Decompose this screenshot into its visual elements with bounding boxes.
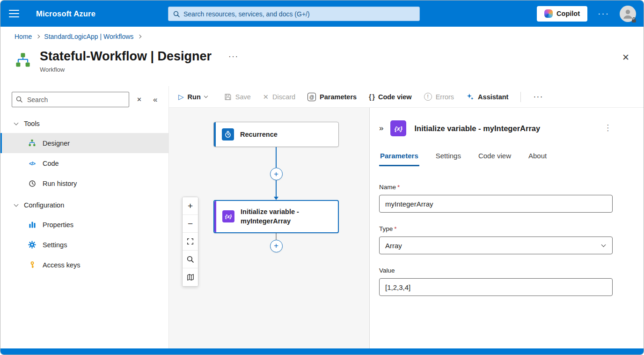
chevron-down-icon bbox=[204, 94, 207, 98]
minimap-button[interactable] bbox=[183, 268, 198, 286]
discard-x-icon: ✕ bbox=[263, 93, 269, 101]
connector-line bbox=[276, 180, 277, 197]
search-icon bbox=[187, 256, 194, 263]
type-select[interactable]: Array bbox=[379, 237, 613, 254]
expand-panel-icon[interactable]: » bbox=[379, 124, 383, 133]
workflow-graph: Recurrence + {x} Initialize variable - m… bbox=[213, 122, 339, 252]
tab-about[interactable]: About bbox=[527, 152, 548, 166]
name-input[interactable] bbox=[379, 195, 613, 213]
node-recurrence[interactable]: Recurrence bbox=[213, 122, 339, 147]
panel-tabs: Parameters Settings Code view About bbox=[379, 152, 613, 166]
global-search-input[interactable] bbox=[183, 10, 415, 18]
tab-code-view[interactable]: Code view bbox=[477, 152, 512, 166]
zoom-out-button[interactable]: − bbox=[183, 215, 198, 233]
run-button[interactable]: ▷ Run bbox=[178, 93, 207, 101]
connector-stub bbox=[276, 233, 277, 240]
code-view-button[interactable]: { } Code view bbox=[369, 93, 412, 101]
field-label: Type* bbox=[379, 225, 613, 232]
designer-command-bar: ▷ Run Save ✕ Discard @ Parameters { bbox=[169, 86, 644, 108]
run-label: Run bbox=[188, 93, 201, 101]
name-field-group: Name* bbox=[379, 184, 613, 213]
parameters-button[interactable]: @ Parameters bbox=[307, 93, 357, 101]
breadcrumb-workflows-link[interactable]: StandardLogicApp | Workflows bbox=[44, 33, 133, 40]
page-subtitle: Workflow bbox=[40, 66, 239, 73]
node-initialize-variable[interactable]: {x} Initialize variable - myIntegerArray bbox=[213, 200, 339, 233]
section-label: Configuration bbox=[24, 201, 64, 209]
panel-menu-button[interactable]: ··· bbox=[605, 124, 612, 133]
brand-title[interactable]: Microsoft Azure bbox=[36, 9, 95, 18]
topbar-more-button[interactable]: ··· bbox=[598, 8, 609, 19]
toolbar-more-button[interactable]: ··· bbox=[533, 92, 543, 102]
sidebar-item-label: Code bbox=[43, 160, 59, 167]
tab-settings[interactable]: Settings bbox=[435, 152, 462, 166]
fit-view-icon bbox=[187, 238, 194, 245]
discard-button[interactable]: ✕ Discard bbox=[263, 93, 295, 101]
breadcrumb-separator-icon bbox=[138, 35, 141, 38]
panel-header: » {x} Initialize variable - myIntegerArr… bbox=[379, 120, 613, 136]
sidebar-search-input[interactable] bbox=[12, 92, 129, 107]
sidebar-item-designer[interactable]: Designer bbox=[0, 133, 168, 153]
action-properties-panel: » {x} Initialize variable - myIntegerArr… bbox=[369, 108, 644, 348]
global-search[interactable] bbox=[168, 7, 420, 21]
close-blade-button[interactable]: ✕ bbox=[622, 52, 629, 63]
sidebar-search[interactable] bbox=[12, 92, 129, 107]
sidebar-item-properties[interactable]: Properties bbox=[0, 214, 168, 235]
node-title: Recurrence bbox=[240, 130, 278, 139]
panel-title: Initialize variable - myIntegerArray bbox=[414, 124, 597, 133]
title-more-button[interactable]: ··· bbox=[228, 52, 238, 61]
search-icon bbox=[173, 11, 180, 17]
required-asterisk: * bbox=[397, 184, 400, 191]
lock-icon bbox=[631, 17, 637, 23]
workflow-canvas[interactable]: Recurrence + {x} Initialize variable - m… bbox=[169, 108, 369, 348]
designer-main: ▷ Run Save ✕ Discard @ Parameters { bbox=[169, 86, 644, 348]
variable-icon: {x} bbox=[222, 210, 234, 222]
sidebar-section-tools[interactable]: Tools bbox=[0, 114, 168, 133]
save-label: Save bbox=[235, 93, 251, 101]
account-avatar[interactable] bbox=[620, 6, 636, 22]
properties-icon bbox=[28, 221, 37, 229]
key-icon bbox=[28, 261, 37, 269]
name-label: Name bbox=[379, 184, 396, 191]
sidebar-item-access-keys[interactable]: Access keys bbox=[0, 255, 168, 275]
assistant-sparkle-icon bbox=[466, 93, 474, 101]
connector-arrow-icon bbox=[274, 197, 278, 200]
clear-search-icon[interactable]: ✕ bbox=[137, 96, 142, 103]
value-label: Value bbox=[379, 267, 395, 274]
variable-icon: {x} bbox=[390, 120, 406, 136]
errors-button[interactable]: ! Errors bbox=[424, 93, 454, 101]
sidebar-item-settings[interactable]: Settings bbox=[0, 235, 168, 255]
page-title: Stateful-Workflow | Designer bbox=[40, 48, 212, 64]
save-button[interactable]: Save bbox=[224, 93, 251, 101]
type-select-value: Array bbox=[385, 242, 402, 250]
sidebar-item-run-history[interactable]: Run history bbox=[0, 173, 168, 193]
bottom-accent-bar bbox=[0, 348, 644, 355]
designer-workarea: Recurrence + {x} Initialize variable - m… bbox=[169, 108, 644, 348]
chevron-down-icon bbox=[14, 202, 19, 207]
sidebar-section-configuration[interactable]: Configuration bbox=[0, 195, 168, 214]
recurrence-clock-icon bbox=[222, 128, 234, 141]
assistant-button[interactable]: Assistant bbox=[466, 93, 508, 101]
parameters-label: Parameters bbox=[320, 93, 357, 101]
copilot-button[interactable]: Copilot bbox=[537, 6, 587, 22]
collapse-sidebar-icon[interactable]: « bbox=[153, 95, 157, 104]
fit-view-button[interactable] bbox=[183, 233, 198, 251]
errors-label: Errors bbox=[436, 93, 454, 101]
value-input[interactable] bbox=[379, 278, 613, 296]
field-label: Value bbox=[379, 267, 613, 274]
breadcrumb-separator-icon bbox=[36, 35, 40, 38]
sidebar-item-code[interactable]: </> Code bbox=[0, 153, 168, 173]
copilot-label: Copilot bbox=[556, 10, 580, 17]
chevron-down-icon bbox=[14, 120, 19, 125]
tab-parameters[interactable]: Parameters bbox=[379, 152, 419, 166]
assistant-label: Assistant bbox=[478, 93, 508, 101]
zoom-in-button[interactable]: + bbox=[183, 197, 198, 215]
required-asterisk: * bbox=[394, 225, 396, 232]
hamburger-menu-icon[interactable] bbox=[9, 10, 19, 17]
add-step-button[interactable]: + bbox=[270, 240, 283, 252]
breadcrumb-home-link[interactable]: Home bbox=[15, 33, 32, 40]
copilot-icon bbox=[544, 9, 553, 18]
insert-step-button[interactable]: + bbox=[270, 168, 283, 180]
canvas-search-button[interactable] bbox=[183, 251, 198, 268]
sidebar-item-label: Access keys bbox=[43, 261, 80, 269]
azure-top-bar: Microsoft Azure Copilot ··· bbox=[0, 0, 644, 27]
